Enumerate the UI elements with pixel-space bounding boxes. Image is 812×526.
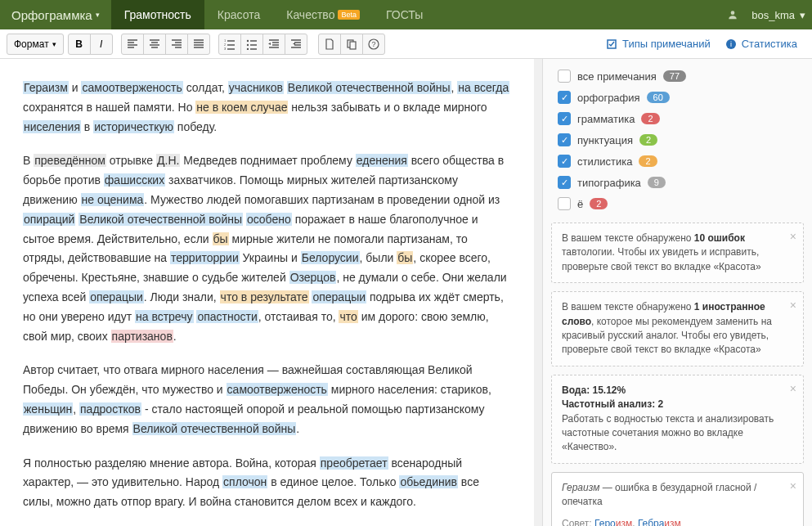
highlighted-word[interactable]: опираций [23,213,75,226]
highlighted-word[interactable]: опастности [196,310,258,323]
user-icon [727,9,738,20]
filter-checkbox[interactable] [558,91,571,104]
note-types-link[interactable]: Типы примечаний [606,38,711,50]
nav-tab-Красота[interactable]: Красота [204,0,273,29]
svg-point-6 [246,47,248,49]
filter-checkbox[interactable] [558,197,571,210]
highlighted-word[interactable]: еденения [356,154,408,167]
filter-checkbox[interactable] [558,70,571,83]
highlighted-word[interactable]: фашисских [104,173,165,187]
svg-text:3: 3 [224,47,227,50]
filter-count-badge: 2 [590,198,608,209]
highlighted-word[interactable]: партизанов [111,330,173,343]
highlighted-word[interactable]: бы [397,251,413,264]
filter-label: ё [577,198,583,210]
highlighted-word[interactable]: на встречу [135,310,194,323]
stats-link[interactable]: i Статистика [725,38,797,50]
advice-card[interactable]: × Гераизм — ошибка в безударной гласной … [551,472,804,526]
brand-label: Орфограммка [11,8,92,22]
highlighted-word[interactable]: операцыи [312,290,366,303]
filter-row: пунктуация2 [550,129,805,151]
align-right-button[interactable] [165,34,188,55]
note-card[interactable]: ×В вашем тексте обнаружено 10 ошибок тав… [551,223,804,283]
highlighted-word[interactable]: операцыи [89,290,144,303]
highlighted-word[interactable]: ниселения [23,120,81,133]
caret-down-icon: ▾ [800,9,805,21]
user-menu[interactable]: bos_kma ▾ [751,9,812,21]
nav-tab-Качество[interactable]: КачествоBeta [273,0,373,29]
close-icon[interactable]: × [790,478,796,494]
align-justify-button[interactable] [187,34,210,55]
toolbar: Формат ▾ B I 123 ? Типы примечаний i Ста… [0,29,812,59]
align-left-button[interactable] [121,34,144,55]
paragraph: Автор считает, что отвага мирного населе… [23,361,511,438]
highlighted-word[interactable]: преобретает [320,456,388,470]
highlighted-word[interactable]: Д.Н. [156,154,180,167]
highlighted-word[interactable]: Белорусии [301,251,360,264]
highlighted-word[interactable]: что [339,310,357,323]
highlighted-word[interactable]: не оценима [81,193,145,206]
highlighted-word[interactable]: что в результате [220,290,309,303]
list-bullet-button[interactable] [240,34,263,55]
indent-button[interactable] [285,34,307,55]
filter-label: грамматика [577,113,635,125]
info-icon: i [725,38,737,50]
filter-checkbox[interactable] [558,112,571,125]
nav-tab-ГОСТы[interactable]: ГОСТы [373,0,436,29]
svg-point-4 [246,39,248,41]
note-card[interactable]: ×Вода: 15.12%Частотный анализ: 2Работать… [551,375,804,464]
copy-button[interactable] [340,34,363,55]
highlighted-word[interactable]: не в коем случае [195,101,288,114]
filter-label: все примечания [577,70,657,83]
filter-row: орфография60 [550,87,805,108]
highlighted-word[interactable]: преведённом [34,154,106,167]
advice-word: Гераизм [562,482,599,493]
help-button[interactable]: ? [362,34,385,55]
highlighted-word[interactable]: падростков [79,402,141,416]
filter-checkbox[interactable] [558,155,571,168]
highlighted-word[interactable]: Великой отечественной войны [132,422,297,435]
close-icon[interactable]: × [790,297,796,313]
highlighted-word[interactable]: историчесткую [93,120,174,133]
italic-button[interactable]: I [90,34,113,55]
highlighted-word[interactable]: Гераизм [23,81,69,94]
align-center-button[interactable] [143,34,166,55]
highlighted-word[interactable]: самоотверженость [81,81,182,94]
suggestion-link[interactable]: Гебраизм [638,518,681,526]
paragraph: Гераизм и самоотверженость солдат, учасн… [23,79,511,137]
filter-row: стилистика2 [550,151,805,172]
suggestion-link[interactable]: Героизм [594,518,632,526]
highlighted-word[interactable]: территоррии [170,251,240,264]
highlighted-word[interactable]: особено [246,213,292,226]
paragraph: Я полностью разделяю мнение автора. Войн… [23,454,511,512]
format-dropdown[interactable]: Формат ▾ [7,34,64,55]
filter-checkbox[interactable] [558,176,571,189]
highlighted-word[interactable]: обьединив [399,475,458,488]
highlighted-word[interactable]: Великой отечественной войны [287,81,451,94]
highlighted-word[interactable]: бы [213,232,229,245]
highlighted-word[interactable]: сплочон [222,475,267,488]
list-ordered-button[interactable]: 123 [218,34,241,55]
filter-checkbox[interactable] [558,133,571,146]
editor-scrollbar[interactable] [534,59,542,526]
nav-tab-Грамотность[interactable]: Грамотность [111,0,204,29]
filter-count-badge: 2 [641,113,659,124]
highlighted-word[interactable]: самоотверженость [227,383,328,396]
filter-label: орфография [577,92,640,104]
new-doc-button[interactable] [318,34,341,55]
highlighted-word[interactable]: Великой отечественной войны [79,213,243,226]
bold-button[interactable]: B [68,34,91,55]
caret-down-icon: ▾ [96,11,100,19]
nav-items: ГрамотностьКрасотаКачествоBetaГОСТы [111,0,437,29]
username-label: bos_kma [751,9,795,21]
highlighted-word[interactable]: учасников [228,81,284,94]
highlighted-word[interactable]: Озерцов [289,271,337,284]
highlighted-word[interactable]: женьщин [23,402,73,416]
outdent-button[interactable] [262,34,285,55]
editor-area[interactable]: Гераизм и самоотверженость солдат, учасн… [0,59,534,526]
highlighted-word[interactable]: на всегда [457,81,509,94]
note-card[interactable]: ×В вашем тексте обнаружено 1 иностранное… [551,291,804,366]
close-icon[interactable]: × [790,380,796,397]
brand-menu[interactable]: Орфограммка ▾ [0,8,111,22]
close-icon[interactable]: × [790,228,796,245]
